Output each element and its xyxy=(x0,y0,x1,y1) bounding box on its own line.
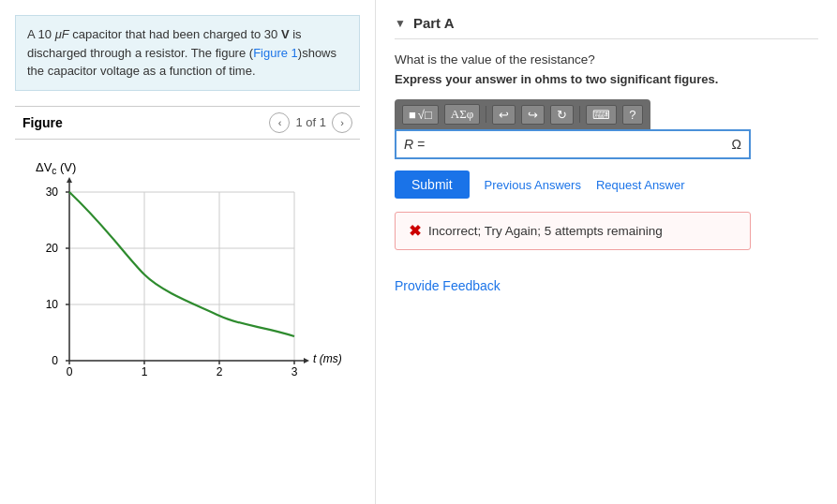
math-toolbar: ■ √□ ΑΣφ ↩ ↪ ↻ ⌨ ? xyxy=(395,99,650,129)
capacitance-unit: μF xyxy=(55,27,69,41)
keyboard-button[interactable]: ⌨ xyxy=(586,105,617,125)
collapse-arrow[interactable]: ▼ xyxy=(395,17,406,30)
y-tick-0: 0 xyxy=(52,354,58,367)
undo-button[interactable]: ↩ xyxy=(492,105,516,125)
x-axis-label: t (ms) xyxy=(313,352,342,365)
input-label: R = xyxy=(404,137,425,152)
x-axis-arrow xyxy=(304,358,309,363)
fraction-sqrt-button[interactable]: ■ √□ xyxy=(402,105,439,125)
error-box: ✖ Incorrect; Try Again; 5 attempts remai… xyxy=(395,212,751,250)
y-axis-arrow xyxy=(67,177,72,183)
toolbar-separator-2 xyxy=(579,106,580,123)
answer-input-row: R = Ω xyxy=(395,129,751,159)
request-answer-link[interactable]: Request Answer xyxy=(596,178,685,192)
figure-link[interactable]: Figure 1 xyxy=(253,46,298,60)
redo-button[interactable]: ↪ xyxy=(521,105,545,125)
question-subtext: Express your answer in ohms to two signi… xyxy=(395,72,818,86)
graph-container: ΔVc (V) 0 10 20 30 xyxy=(15,147,360,401)
help-button[interactable]: ? xyxy=(622,105,642,125)
refresh-icon: ↻ xyxy=(557,108,567,122)
refresh-button[interactable]: ↻ xyxy=(550,105,574,125)
part-label: Part A xyxy=(413,15,455,31)
submit-button[interactable]: Submit xyxy=(395,170,470,199)
problem-text-2: capacitor that had been charged to 30 xyxy=(69,27,281,41)
y-tick-10: 10 xyxy=(46,298,59,311)
part-header: ▼ Part A xyxy=(395,15,818,39)
resistance-input[interactable] xyxy=(430,135,727,154)
x-tick-3: 3 xyxy=(291,365,298,378)
submit-row: Submit Previous Answers Request Answer xyxy=(395,170,818,199)
provide-feedback-link[interactable]: Provide Feedback xyxy=(395,278,501,293)
undo-icon: ↩ xyxy=(499,108,509,122)
figure-nav-text: 1 of 1 xyxy=(295,115,326,129)
unit-label: Ω xyxy=(732,137,741,152)
y-tick-20: 20 xyxy=(46,242,59,255)
discharge-curve xyxy=(69,192,294,336)
figure-navigation: ‹ 1 of 1 › xyxy=(269,112,352,133)
greek-symbol-text: ΑΣφ xyxy=(451,107,473,122)
greek-symbols-button[interactable]: ΑΣφ xyxy=(444,104,480,125)
error-icon: ✖ xyxy=(409,222,421,240)
left-panel: A 10 μF capacitor that had been charged … xyxy=(0,0,375,504)
capacitor-discharge-graph: ΔVc (V) 0 10 20 30 xyxy=(22,155,341,398)
figure-label: Figure xyxy=(22,115,63,130)
voltage-unit: V xyxy=(281,27,290,41)
x-tick-0: 0 xyxy=(67,365,73,378)
problem-description: A 10 μF capacitor that had been charged … xyxy=(15,15,360,91)
question-text: What is the value of the resistance? xyxy=(395,52,818,67)
figure-prev-button[interactable]: ‹ xyxy=(269,112,290,133)
y-axis-label: ΔVc (V) xyxy=(36,160,76,176)
y-tick-30: 30 xyxy=(46,185,59,199)
x-tick-2: 2 xyxy=(217,365,223,378)
toolbar-separator xyxy=(486,106,486,123)
figure-next-button[interactable]: › xyxy=(332,112,352,133)
help-icon: ? xyxy=(629,108,635,122)
redo-icon: ↪ xyxy=(528,108,538,122)
previous-answers-link[interactable]: Previous Answers xyxy=(485,178,581,192)
keyboard-icon: ⌨ xyxy=(592,108,610,122)
error-text: Incorrect; Try Again; 5 attempts remaini… xyxy=(428,224,663,238)
fraction-icon: ■ xyxy=(409,108,416,122)
sqrt-icon: √□ xyxy=(418,108,432,122)
x-tick-1: 1 xyxy=(142,365,148,378)
right-panel: ▼ Part A What is the value of the resist… xyxy=(375,0,837,504)
problem-text-1: A 10 xyxy=(27,27,55,41)
figure-header: Figure ‹ 1 of 1 › xyxy=(15,106,360,140)
